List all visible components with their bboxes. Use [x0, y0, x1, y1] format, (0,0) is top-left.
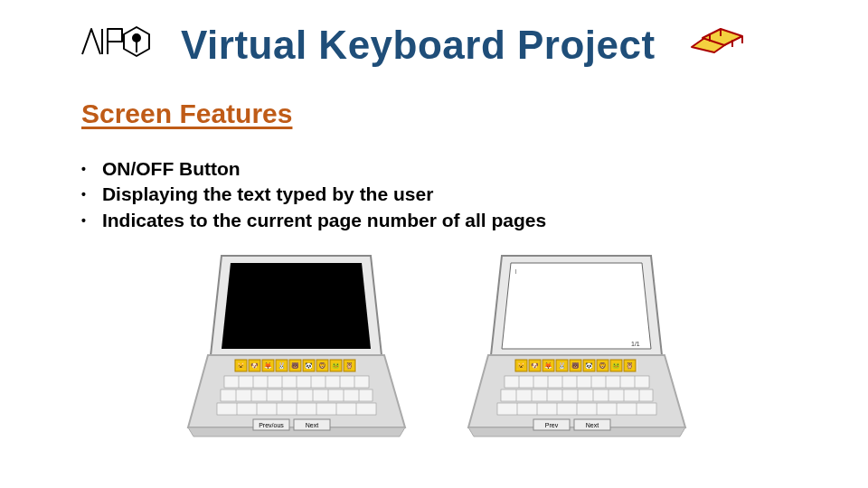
laptop-on-illustration: | 1/1 🐱 🐶 🦊 🐰 🐻 🐼 🦁 🐸 🦉: [461, 251, 687, 441]
svg-text:🦉: 🦉: [345, 361, 354, 370]
bullet-text: Indicates to the current page number of …: [102, 208, 546, 233]
svg-text:🐸: 🐸: [332, 361, 340, 370]
list-item: • ON/OFF Button: [81, 156, 868, 182]
svg-text:🐰: 🐰: [278, 361, 286, 370]
svg-text:🐶: 🐶: [531, 361, 539, 370]
figure-row: 🐱 🐶 🦊 🐰 🐻 🐼 🦁 🐸 🦉: [0, 233, 868, 441]
section-heading: Screen Features: [0, 71, 868, 129]
svg-text:🐻: 🐻: [291, 361, 299, 370]
bullet-icon: •: [81, 163, 86, 175]
next-button-label: Next: [306, 422, 318, 428]
svg-text:🐸: 🐸: [612, 361, 620, 370]
interlocking-rings-icon: [683, 18, 750, 71]
svg-rect-35: [221, 389, 373, 401]
svg-marker-3: [222, 263, 371, 349]
list-item: • Displaying the text typed by the user: [81, 182, 868, 207]
svg-text:🦊: 🦊: [544, 361, 552, 370]
list-item: • Indicates to the current page number o…: [81, 208, 868, 233]
bullet-text: ON/OFF Button: [102, 156, 241, 182]
svg-text:1/1: 1/1: [631, 341, 640, 347]
laptop-off-illustration: 🐱 🐶 🦊 🐰 🐻 🐼 🦁 🐸 🦉: [181, 251, 407, 441]
slide-header: Virtual Keyboard Project: [0, 0, 868, 71]
bullet-icon: •: [81, 214, 86, 227]
svg-text:🐱: 🐱: [517, 361, 525, 370]
next-button-label: Next: [586, 422, 599, 428]
svg-text:🦁: 🦁: [318, 361, 326, 370]
sip-logo-icon: [77, 18, 163, 71]
svg-text:🦊: 🦊: [264, 361, 272, 370]
svg-text:🦁: 🦁: [599, 361, 607, 370]
slide-title: Virtual Keyboard Project: [181, 23, 656, 68]
bullet-icon: •: [81, 188, 86, 201]
svg-rect-90: [501, 389, 653, 401]
prev-button-label: Prev: [545, 422, 559, 428]
svg-text:🐼: 🐼: [585, 361, 593, 370]
svg-text:🐼: 🐼: [305, 361, 313, 370]
svg-text:🐱: 🐱: [237, 361, 245, 370]
svg-marker-56: [502, 263, 651, 349]
svg-text:🐻: 🐻: [571, 361, 580, 370]
svg-text:🐶: 🐶: [250, 361, 259, 370]
bullet-list: • ON/OFF Button • Displaying the text ty…: [0, 129, 868, 233]
svg-point-0: [133, 34, 140, 42]
svg-text:🐰: 🐰: [558, 361, 566, 370]
svg-text:🦉: 🦉: [626, 361, 634, 370]
bullet-text: Displaying the text typed by the user: [102, 182, 433, 207]
prev-button-label: Prev/ous: [259, 422, 284, 428]
